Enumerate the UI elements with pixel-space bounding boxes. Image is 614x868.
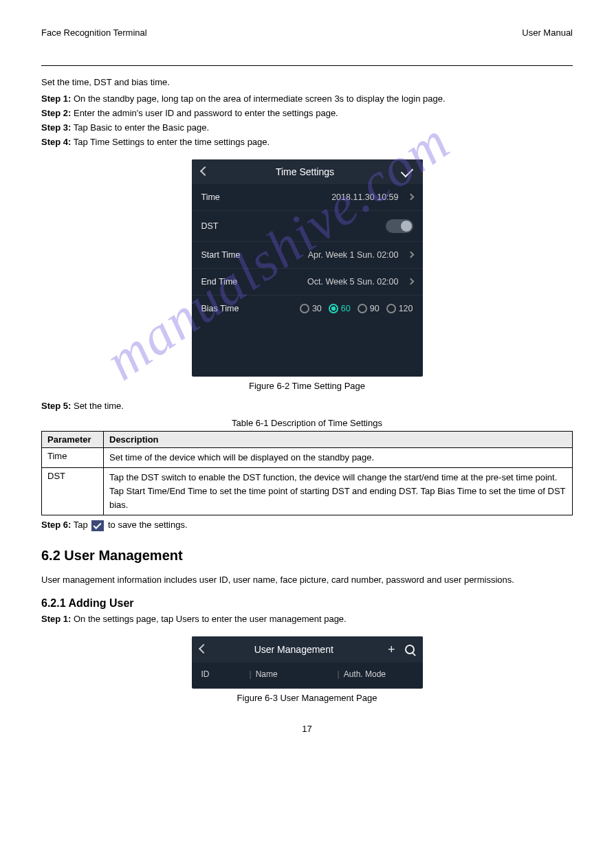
step-2: Step 2: Enter the admin's user ID and pa… xyxy=(41,108,573,118)
row-bias-time: Bias Time 30 60 90 120 xyxy=(192,296,423,322)
device2-columns: ID |Name |Auth. Mode xyxy=(192,663,423,689)
section-62-intro: User management information includes use… xyxy=(41,573,573,587)
col-name: |Name xyxy=(250,669,338,679)
table-row: Time Set time of the device which will b… xyxy=(42,447,573,467)
um-step-1-text: On the settings page, tap Users to enter… xyxy=(74,614,347,624)
confirm-icon[interactable] xyxy=(402,167,413,177)
step-3-label: Step 3: xyxy=(41,122,71,133)
step-5-text: Set the time. xyxy=(74,401,124,411)
step-4: Step 4: Tap Time Settings to enter the t… xyxy=(41,137,573,147)
device-time-settings: Time Settings Time 2018.11.30 10:59 DST … xyxy=(192,159,423,377)
cell-desc-time: Set time of the device which will be dis… xyxy=(104,447,573,467)
chevron-right-icon xyxy=(407,194,414,201)
bias-radio-90[interactable]: 90 xyxy=(358,304,380,313)
chevron-right-icon xyxy=(407,278,414,285)
figure-user-management: User Management + ID |Name |Auth. Mode xyxy=(41,636,573,689)
chevron-right-icon xyxy=(407,252,414,258)
device2-title: User Management xyxy=(200,644,388,655)
step-2-label: Step 2: xyxy=(41,108,71,118)
table-caption: Table 6-1 Description of Time Settings xyxy=(41,418,573,428)
step-6-text-before: Tap xyxy=(74,520,91,530)
device-user-management: User Management + ID |Name |Auth. Mode xyxy=(192,636,423,689)
table-row: DST Tap the DST switch to enable the DST… xyxy=(42,467,573,515)
figure1-caption: Figure 6-2 Time Setting Page xyxy=(41,381,573,391)
row-time-value: 2018.11.30 10:59 xyxy=(331,192,398,202)
step-3: Step 3: Tap Basic to enter the Basic pag… xyxy=(41,122,573,133)
row-end-value: Oct. Week 5 Sun. 02:00 xyxy=(307,277,398,287)
back-icon[interactable] xyxy=(201,167,208,177)
device-title: Time Settings xyxy=(276,166,334,177)
intro-text: Set the time, DST and bias time. xyxy=(41,76,573,89)
plus-icon[interactable]: + xyxy=(388,643,395,656)
um-step-1-label: Step 1: xyxy=(41,614,71,624)
bias-radio-120[interactable]: 120 xyxy=(386,304,413,313)
cell-param-dst: DST xyxy=(42,467,104,515)
section-user-management-title: 6.2 User Management xyxy=(41,548,573,564)
page-header-right: User Manual xyxy=(522,27,573,38)
cell-desc-dst: Tap the DST switch to enable the DST fun… xyxy=(104,467,573,515)
th-description: Description xyxy=(104,431,573,447)
check-icon xyxy=(91,520,104,531)
um-step-1: Step 1: On the settings page, tap Users … xyxy=(41,614,573,624)
bias-radio-60[interactable]: 60 xyxy=(329,304,351,313)
page-header: Face Recognition Terminal User Manual xyxy=(41,27,573,38)
th-parameter: Parameter xyxy=(42,431,104,447)
step-6: Step 6: Tap to save the settings. xyxy=(41,520,573,531)
col-auth: |Auth. Mode xyxy=(338,669,413,679)
dst-toggle[interactable] xyxy=(386,219,413,233)
row-bias-label: Bias Time xyxy=(201,304,239,313)
row-start-time[interactable]: Start Time Apr. Week 1 Sun. 02:00 xyxy=(192,242,423,269)
step-1-label: Step 1: xyxy=(41,93,71,104)
row-dst-label: DST xyxy=(201,221,219,231)
col-id: ID xyxy=(201,669,250,679)
step-4-text: Tap Time Settings to enter the time sett… xyxy=(74,137,270,147)
step-5-label: Step 5: xyxy=(41,401,71,411)
header-divider xyxy=(41,65,573,66)
figure2-caption: Figure 6-3 User Management Page xyxy=(41,693,573,703)
search-icon[interactable] xyxy=(405,645,415,654)
row-time-label: Time xyxy=(201,192,220,202)
page-header-left: Face Recognition Terminal xyxy=(41,27,147,38)
row-end-label: End Time xyxy=(201,277,238,287)
bias-radio-30[interactable]: 30 xyxy=(300,304,322,313)
params-table: Parameter Description Time Set time of t… xyxy=(41,431,573,516)
subsection-adding-user-title: 6.2.1 Adding User xyxy=(41,597,573,610)
cell-param-time: Time xyxy=(42,447,104,467)
device-header: Time Settings xyxy=(192,159,423,184)
figure-time-settings: Time Settings Time 2018.11.30 10:59 DST … xyxy=(41,159,573,377)
page-number: 17 xyxy=(41,724,573,734)
device2-header: User Management + xyxy=(192,636,423,663)
row-end-time[interactable]: End Time Oct. Week 5 Sun. 02:00 xyxy=(192,269,423,296)
row-dst: DST xyxy=(192,211,423,242)
step-3-text: Tap Basic to enter the Basic page. xyxy=(74,122,209,133)
step-6-label: Step 6: xyxy=(41,520,71,530)
step-1: Step 1: On the standby page, long tap on… xyxy=(41,93,573,104)
step-5: Step 5: Set the time. xyxy=(41,401,573,411)
step-1-text: On the standby page, long tap on the are… xyxy=(74,93,446,104)
row-time[interactable]: Time 2018.11.30 10:59 xyxy=(192,184,423,211)
step-2-text: Enter the admin's user ID and password t… xyxy=(74,108,338,118)
row-start-label: Start Time xyxy=(201,250,241,260)
bias-radio-group: 30 60 90 120 xyxy=(300,304,413,313)
step-6-text-after: to save the settings. xyxy=(108,520,188,530)
row-start-value: Apr. Week 1 Sun. 02:00 xyxy=(308,250,399,260)
step-4-label: Step 4: xyxy=(41,137,71,147)
